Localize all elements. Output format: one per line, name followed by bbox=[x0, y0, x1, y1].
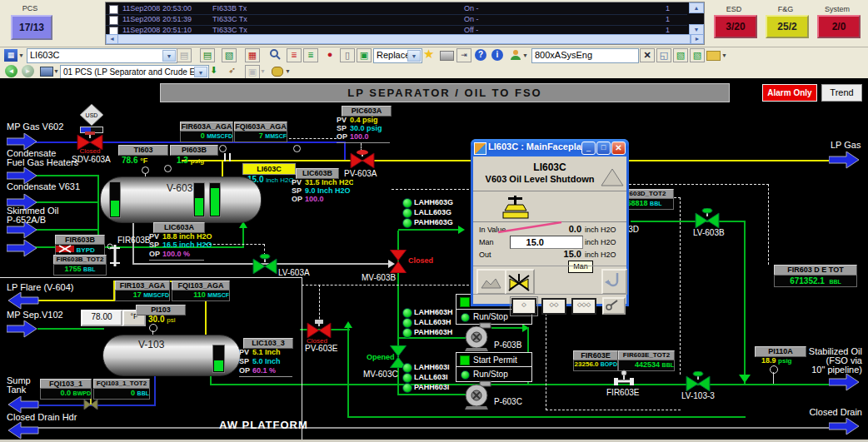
level-gauge bbox=[212, 345, 225, 373]
close-icon[interactable]: ✕ bbox=[611, 142, 626, 155]
user-icon[interactable] bbox=[510, 49, 521, 64]
display-navigation-combobox[interactable]: 01 PCS (LP Separator and Crude Ex ▼ bbox=[60, 65, 209, 79]
alarm-lines-red-icon[interactable]: ≣ bbox=[287, 48, 302, 62]
faceplate-titlebar[interactable]: LI603C : MainFaceplate _ □ ✕ bbox=[471, 139, 629, 156]
pic603a-pv-row: PV0.4 psig bbox=[337, 116, 378, 124]
system-alarm-button[interactable]: 2/0 bbox=[817, 15, 861, 38]
info-icon[interactable]: i bbox=[491, 49, 503, 61]
alarm-row[interactable]: 11Sep2008 20:53:00 FI633B Tx On - 1 bbox=[106, 3, 687, 15]
faceplate-view-3-button[interactable]: ◇◇◇ bbox=[571, 298, 596, 315]
download-icon[interactable]: ⬇ bbox=[210, 65, 217, 76]
alarm-ack-triangle-icon[interactable] bbox=[601, 167, 624, 191]
valve-lv603a[interactable] bbox=[252, 254, 277, 277]
minimize-icon[interactable]: _ bbox=[581, 142, 596, 155]
alarm-list-view-icon[interactable]: ▤ bbox=[200, 48, 215, 62]
status-icon[interactable]: ▣ bbox=[357, 48, 372, 62]
esd-label: ESD bbox=[714, 5, 754, 13]
export-icon[interactable]: ⇥ bbox=[456, 48, 471, 62]
close-view-icon[interactable]: ✕ bbox=[640, 48, 655, 62]
faceplate-window[interactable]: LI603C : MainFaceplate _ □ ✕ LI603C V603… bbox=[471, 139, 629, 306]
scroll-left-button[interactable]: ◄ bbox=[106, 34, 118, 44]
faceplate-man-input[interactable]: 15.0 bbox=[510, 236, 583, 249]
security-key-arrow-icon[interactable]: ▼ bbox=[285, 68, 291, 74]
document-icon[interactable]: ▯ bbox=[340, 48, 355, 62]
tag-search-dropdown-icon[interactable]: ▼ bbox=[162, 50, 176, 62]
faceplate-in-unit: inch H2O bbox=[585, 226, 616, 234]
valve-label-lv603b: LV-603B bbox=[693, 228, 725, 237]
user-menu-arrow-icon[interactable]: ▼ bbox=[522, 52, 528, 58]
display-navigation-dropdown-icon[interactable]: ▼ bbox=[194, 67, 207, 77]
lic103-3-op-row: OP60.1 % bbox=[239, 366, 276, 375]
drain-valve-icon[interactable] bbox=[83, 398, 98, 413]
maximize-icon[interactable]: □ bbox=[596, 142, 611, 155]
application-icon[interactable]: ▦ bbox=[4, 49, 17, 62]
alarm-light-label: PAHH603H bbox=[414, 328, 452, 336]
alarm-checkbox[interactable] bbox=[109, 16, 118, 25]
faceplate-view-2-button[interactable]: ◇◇ bbox=[541, 298, 566, 315]
alarm-checkbox[interactable] bbox=[109, 5, 118, 14]
new-window-icon[interactable]: ◱ bbox=[656, 48, 671, 62]
security-key-icon[interactable] bbox=[272, 67, 283, 77]
trend-view-icon[interactable]: ▧ bbox=[222, 48, 237, 62]
replace-dropdown-icon[interactable]: ▼ bbox=[407, 50, 421, 62]
trend-button[interactable]: Trend bbox=[821, 84, 862, 102]
run-stop-label: Run/Stop bbox=[473, 370, 508, 379]
find-icon[interactable] bbox=[268, 48, 282, 61]
pump-p603b[interactable] bbox=[463, 321, 493, 355]
alarm-lines-green-icon[interactable]: ≣ bbox=[303, 48, 318, 62]
signal-line bbox=[281, 138, 337, 139]
forward-icon[interactable]: ► bbox=[22, 65, 34, 77]
chart-green-icon[interactable]: ▧ bbox=[673, 48, 688, 62]
condensate-pipe bbox=[35, 201, 98, 203]
manual-valve-button[interactable] bbox=[505, 269, 535, 295]
disabled-tool-arrow-icon: ▼ bbox=[260, 68, 266, 74]
event-list-icon[interactable]: ▦ bbox=[245, 48, 260, 62]
faceplate-tools-button[interactable] bbox=[602, 297, 626, 315]
pic603a-sp-row: SP30.0 psig bbox=[337, 124, 382, 132]
paste-icon[interactable]: ▤ bbox=[177, 48, 192, 62]
pcs-alarm-button[interactable]: 17/13 bbox=[11, 15, 52, 40]
esd-alarm-button[interactable]: 3/20 bbox=[714, 15, 757, 38]
display-history-icon[interactable] bbox=[40, 67, 53, 77]
temp-entry-field[interactable]: 78.00 bbox=[81, 310, 122, 326]
print-icon[interactable] bbox=[440, 51, 454, 61]
indicator-ti603-value: 78.6 °F bbox=[122, 156, 147, 165]
vessel-label-v103: V-103 bbox=[138, 339, 164, 350]
scroll-right-button[interactable]: ► bbox=[691, 34, 704, 44]
alarm-light bbox=[402, 383, 412, 393]
folder-menu-arrow-icon[interactable]: ▼ bbox=[721, 52, 727, 58]
indicator-ti603[interactable]: TI603 bbox=[118, 145, 168, 156]
pump-p603c[interactable] bbox=[463, 380, 493, 413]
alarm-light bbox=[402, 328, 412, 338]
chart-green2-icon[interactable]: ▧ bbox=[690, 48, 705, 62]
replace-mode-combobox[interactable]: Replace ▼ bbox=[373, 48, 422, 63]
tag-search-combobox[interactable]: LI603C ▼ bbox=[27, 48, 177, 63]
alarm-light bbox=[402, 198, 412, 208]
pin-icon[interactable]: ➶ bbox=[228, 65, 236, 76]
help-icon[interactable]: ? bbox=[475, 49, 486, 61]
scroll-up-button[interactable]: ▲ bbox=[689, 2, 704, 13]
auto-mode-button[interactable] bbox=[476, 269, 506, 295]
faceplate-view-1-button[interactable]: ◇ bbox=[511, 298, 536, 315]
favorites-star-icon[interactable]: ★ bbox=[423, 47, 434, 62]
alarm-only-button[interactable]: Alarm Only bbox=[762, 84, 817, 102]
user-field[interactable]: 800xASysEng bbox=[531, 48, 639, 63]
recycle-pipe bbox=[347, 325, 349, 418]
display-history-arrow-icon[interactable]: ▼ bbox=[53, 68, 59, 74]
application-menu-arrow-icon[interactable]: ▼ bbox=[18, 52, 24, 58]
indicator-pi603b[interactable]: PI603B bbox=[170, 145, 218, 156]
indicator-li603c[interactable]: LI603C bbox=[242, 163, 296, 175]
fgs-alarm-button[interactable]: 25/2 bbox=[766, 15, 809, 38]
fir603d-pipe bbox=[631, 221, 746, 222]
folder-icon[interactable] bbox=[706, 51, 721, 61]
alarm-row[interactable]: 11Sep2008 20:51:39 TI633C Tx On - 1 bbox=[106, 14, 687, 26]
horizontal-scrollbar-thumb[interactable] bbox=[117, 34, 691, 44]
apply-output-button[interactable] bbox=[601, 269, 627, 295]
usd-diamond-icon[interactable]: USD bbox=[80, 104, 103, 129]
alarm-list: 11Sep2008 20:53:00 FI633B Tx On - 1 11Se… bbox=[105, 2, 705, 45]
lic603b-pv-row: PV31.5 Inch H2O bbox=[292, 178, 353, 186]
valve-label-pv603a: PV-603A bbox=[344, 169, 377, 178]
instrument-tap-stem bbox=[773, 372, 774, 384]
back-icon[interactable]: ◄ bbox=[5, 65, 17, 77]
alarm-ball-icon[interactable]: ● bbox=[323, 48, 337, 61]
